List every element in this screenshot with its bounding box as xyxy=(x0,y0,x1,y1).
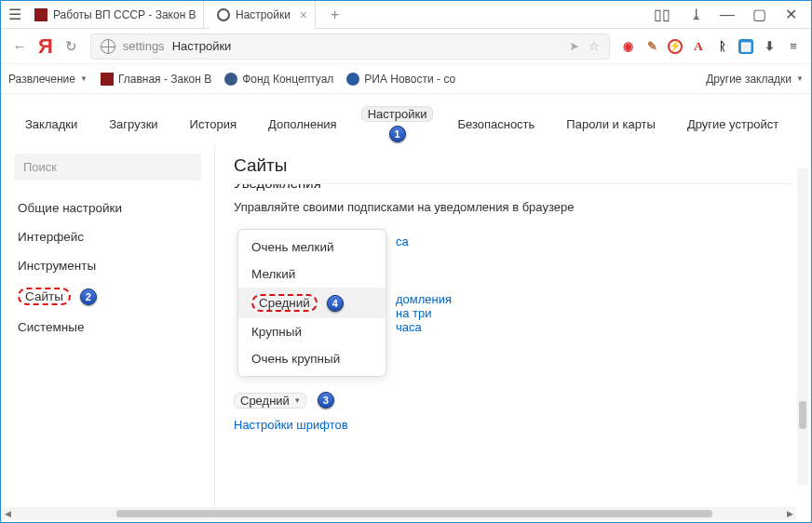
ext-translate-icon[interactable]: ᚱ xyxy=(714,38,731,55)
bookmark-label: Другие закладки xyxy=(706,73,792,86)
annotation-badge: 1 xyxy=(389,126,406,142)
tab-devices[interactable]: Другие устройст xyxy=(680,112,786,137)
window-pin-icon[interactable]: ⤓ xyxy=(689,8,702,21)
download-icon[interactable]: ⬇ xyxy=(761,38,778,55)
settings-tabs: Закладки Загрузки История Дополнения Нас… xyxy=(1,103,811,144)
bookmark-star-icon[interactable]: ☆ xyxy=(589,39,600,53)
sidebar-item-interface[interactable]: Интерфейс xyxy=(1,222,214,251)
back-icon[interactable]: ← xyxy=(10,38,29,54)
bookmark-label: Развлечение xyxy=(8,73,75,86)
section-description: Управляйте своими подписками на уведомле… xyxy=(234,200,792,214)
tab-settings[interactable]: Настройки xyxy=(361,106,434,122)
tab-security[interactable]: Безопасность xyxy=(450,112,542,137)
scroll-left-icon[interactable]: ◀ xyxy=(1,509,14,518)
font-size-select[interactable]: Средний ▾ xyxy=(234,393,306,409)
favicon-icon xyxy=(101,73,114,86)
scrollbar-thumb[interactable] xyxy=(116,510,712,517)
bookmark-label: Фонд Концептуал xyxy=(242,73,333,86)
font-settings-link[interactable]: Настройки шрифтов xyxy=(234,418,348,432)
minimize-icon[interactable]: — xyxy=(721,8,734,21)
dropdown-option[interactable]: Крупный xyxy=(238,318,386,345)
scrollbar-thumb[interactable] xyxy=(799,401,806,429)
other-bookmarks[interactable]: Другие закладки ▼ xyxy=(706,73,804,86)
address-bar[interactable]: settings Настройки ➤ ☆ xyxy=(90,34,610,60)
dropdown-option-selected[interactable]: Средний 4 xyxy=(238,288,386,318)
window-titlebar: ☰ Работы ВП СССР - Закон В Настройки × +… xyxy=(1,1,811,29)
bookmark-item[interactable]: Развлечение ▼ xyxy=(8,73,88,86)
ext-feather-icon[interactable]: ✎ xyxy=(643,38,660,55)
reload-icon[interactable]: ↻ xyxy=(62,38,81,55)
partial-link[interactable]: домления на три часа xyxy=(396,292,452,334)
font-size-dropdown: са домления на три часа Очень мелкий Мел… xyxy=(237,229,386,377)
favicon-icon xyxy=(34,8,47,21)
dropdown-option[interactable]: Очень крупный xyxy=(238,345,386,372)
tab-history[interactable]: История xyxy=(183,112,244,137)
dropdown-option[interactable]: Очень мелкий xyxy=(238,234,386,261)
tab-downloads[interactable]: Загрузки xyxy=(102,112,165,137)
sidebar-item-general[interactable]: Общие настройки xyxy=(1,194,214,222)
bookmark-item[interactable]: Фонд Концептуал xyxy=(224,73,333,86)
extension-icons: ◉ ✎ ⚡ A ᚱ ▦ ⬇ ≡ xyxy=(619,38,802,55)
subsection-heading-cut: Уведомления xyxy=(234,183,321,191)
tab-title: Настройки xyxy=(236,8,291,21)
gear-icon xyxy=(217,8,230,21)
browser-toolbar: ← Я ↻ settings Настройки ➤ ☆ ◉ ✎ ⚡ A ᚱ ▦… xyxy=(1,29,811,64)
close-window-icon[interactable]: ✕ xyxy=(784,8,797,21)
sidebar-item-sites[interactable]: Сайты 2 xyxy=(1,280,214,313)
dropdown-option-label: Средний xyxy=(251,294,318,312)
annotation-badge: 2 xyxy=(80,288,97,305)
sidebar-item-system[interactable]: Системные xyxy=(1,313,214,342)
reader-icon[interactable]: ▯▯ xyxy=(654,6,670,23)
bookmark-item[interactable]: Главная - Закон В xyxy=(101,73,211,86)
new-tab-button[interactable]: + xyxy=(321,7,348,23)
sidebar-label: Сайты xyxy=(18,288,71,305)
ext-letter-icon[interactable]: A xyxy=(690,38,707,55)
select-value: Средний xyxy=(240,394,290,408)
bookmarks-bar: Развлечение ▼ Главная - Закон В Фонд Кон… xyxy=(1,64,811,94)
sidebar-item-tools[interactable]: Инструменты xyxy=(1,251,214,280)
settings-sidebar: Поиск Общие настройки Интерфейс Инструме… xyxy=(1,144,215,516)
horizontal-scrollbar[interactable]: ◀ ▶ xyxy=(1,507,796,520)
address-title: Настройки xyxy=(172,39,232,53)
vertical-scrollbar[interactable] xyxy=(797,168,808,485)
tab-passwords[interactable]: Пароли и карты xyxy=(559,112,663,137)
yandex-logo-icon[interactable]: Я xyxy=(38,34,53,59)
settings-main: Сайты Уведомления Управляйте своими подп… xyxy=(215,144,811,516)
chevron-down-icon: ▼ xyxy=(796,74,804,83)
favicon-icon xyxy=(224,73,237,86)
bookmark-label: Главная - Закон В xyxy=(118,73,211,86)
send-icon[interactable]: ➤ xyxy=(569,39,579,53)
annotation-badge: 3 xyxy=(318,392,334,409)
favicon-icon xyxy=(346,73,359,86)
chevron-down-icon: ▼ xyxy=(80,74,88,83)
dropdown-list: Очень мелкий Мелкий Средний 4 Крупный Оч… xyxy=(237,229,386,377)
address-path: settings xyxy=(123,39,165,53)
menu-icon[interactable]: ≡ xyxy=(785,38,802,55)
ext-box-icon[interactable]: ▦ xyxy=(738,39,753,54)
maximize-icon[interactable]: ▢ xyxy=(752,8,765,21)
partial-link[interactable]: са xyxy=(396,235,409,248)
tab-bookmarks[interactable]: Закладки xyxy=(18,112,85,137)
tab-title: Работы ВП СССР - Закон В xyxy=(53,8,196,21)
dropdown-option[interactable]: Мелкий xyxy=(238,261,386,288)
globe-icon xyxy=(101,39,115,54)
bookmark-item[interactable]: РИА Новости - со xyxy=(346,73,455,86)
sidebar-search[interactable]: Поиск xyxy=(14,154,201,181)
chevron-down-icon: ▾ xyxy=(295,396,300,405)
close-tab-icon[interactable]: × xyxy=(300,7,307,22)
annotation-badge: 4 xyxy=(327,295,344,312)
settings-content: Поиск Общие настройки Интерфейс Инструме… xyxy=(1,144,811,516)
browser-tab[interactable]: Работы ВП СССР - Закон В xyxy=(27,1,204,29)
ext-icon[interactable]: ◉ xyxy=(619,38,636,55)
scroll-right-icon[interactable]: ▶ xyxy=(783,509,796,518)
bookmark-label: РИА Новости - со xyxy=(364,73,455,86)
ext-flash-icon[interactable]: ⚡ xyxy=(668,39,683,54)
tab-list-icon[interactable]: ☰ xyxy=(8,8,21,21)
browser-tab-active[interactable]: Настройки × xyxy=(210,1,316,29)
section-heading: Сайты xyxy=(234,155,792,176)
tab-addons[interactable]: Дополнения xyxy=(261,112,345,137)
